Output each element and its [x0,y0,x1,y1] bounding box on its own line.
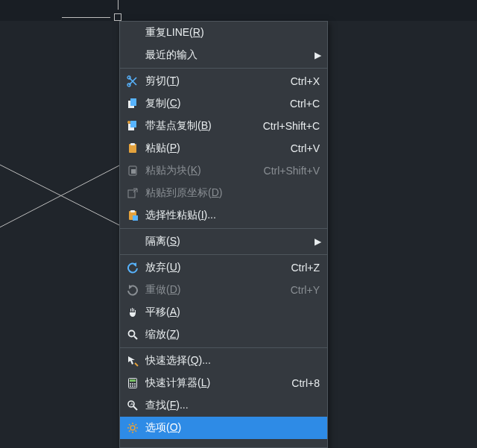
svg-line-0 [0,161,119,225]
svg-point-26 [134,385,136,387]
menu-item[interactable]: 缩放(Z) [120,324,327,346]
menu-item-shortcut: Ctrl+Y [282,284,320,296]
menu-item-label: 选择性粘贴(I)... [145,209,320,222]
paste-icon [127,142,139,154]
menu-item-label: 带基点复制(B) [145,119,254,133]
svg-point-25 [132,385,133,387]
svg-rect-16 [133,215,138,221]
menu-item[interactable]: 放弃(U)Ctrl+Z [120,256,327,279]
menu-item-label: 查找(F)... [145,399,320,412]
menu-item: 重做(D)Ctrl+Y [120,279,327,301]
menu-item-shortcut: Ctrl+8 [282,377,320,389]
menu-separator [120,228,327,229]
menu-separator [120,347,327,348]
redo-icon [127,284,139,296]
menu-item-shortcut: Ctrl+X [282,75,320,87]
menu-item[interactable]: 重复LINE(R) [120,22,327,44]
pasteblock-icon [127,165,139,177]
menu-item-shortcut: Ctrl+C [281,98,320,110]
svg-line-36 [136,431,137,432]
menu-item-label: 重做(D) [145,283,282,297]
menu-item[interactable]: 隔离(S)▶ [120,230,327,253]
svg-rect-15 [130,210,135,212]
menu-item[interactable]: 快速计算器(L)Ctrl+8 [120,372,327,394]
menu-item-label: 粘贴到原坐标(D) [145,186,320,200]
menu-item[interactable]: 剪切(T)Ctrl+X [120,70,327,92]
menu-item[interactable]: A查找(F)... [120,394,327,417]
menu-separator [120,254,327,255]
svg-point-22 [132,383,133,385]
menu-separator [120,68,327,69]
menu-item-label: 快速选择(Q)... [145,354,320,367]
menu-item-label: 粘贴为块(K) [145,164,255,177]
menu-item-label: 最近的输入 [145,48,320,62]
svg-point-23 [134,383,136,385]
menu-item-label: 放弃(U) [145,261,282,274]
undo-icon [127,262,139,274]
menu-item-label: 快速计算器(L) [145,376,282,390]
svg-rect-13 [128,190,135,198]
menu-item-label: 复制(C) [145,97,281,110]
menu-item-label: 重复LINE(R) [145,26,320,40]
submenu-arrow-icon: ▶ [315,50,321,60]
copy-icon [127,98,139,110]
menu-item-shortcut: Ctrl+V [282,142,320,154]
pasteorig-icon [127,187,139,199]
svg-line-37 [129,431,130,432]
menu-item: 粘贴为块(K)Ctrl+Shift+V [120,160,327,182]
menu-item[interactable]: 粘贴(P)Ctrl+V [120,137,327,160]
svg-point-17 [129,331,135,337]
svg-rect-5 [130,98,136,106]
menu-item-shortcut: Ctrl+Shift+V [255,165,320,177]
svg-rect-12 [131,169,136,174]
menu-item: 粘贴到原坐标(D) [120,182,327,204]
menu-item-label: 缩放(Z) [145,328,320,341]
drawing-canvas[interactable]: 重复LINE(R)最近的输入▶剪切(T)Ctrl+X复制(C)Ctrl+C带基点… [0,0,477,448]
menu-item[interactable]: 平移(A) [120,301,327,324]
svg-line-1 [0,165,119,231]
svg-line-18 [134,336,137,339]
menu-item-label: 隔离(S) [145,235,320,248]
menu-item-label: 平移(A) [145,306,320,319]
svg-point-24 [130,385,131,387]
menu-item-label: 选项(O) [145,421,320,435]
pastespecial-icon [127,209,139,221]
svg-line-35 [129,424,130,426]
svg-point-8 [127,121,130,124]
copybase-icon [127,120,139,132]
svg-point-21 [130,383,131,385]
options-icon [127,422,139,434]
menu-item[interactable]: 复制(C)Ctrl+C [120,92,327,115]
svg-rect-10 [130,143,135,145]
menu-item-shortcut: Ctrl+Z [282,262,320,274]
menu-item[interactable]: 选择性粘贴(I)... [120,204,327,227]
menu-item-shortcut: Ctrl+Shift+C [254,120,320,132]
scissors-icon [127,75,139,87]
menu-item-label: 粘贴(P) [145,142,282,155]
svg-rect-20 [130,379,136,382]
svg-text:A: A [130,402,133,406]
svg-line-38 [136,424,137,426]
menu-item[interactable]: 选项(O) [120,417,327,439]
svg-line-28 [133,406,137,410]
calc-icon [127,377,139,389]
menu-item[interactable]: 最近的输入▶ [120,44,327,66]
svg-rect-7 [130,121,136,127]
find-icon: A [127,400,139,411]
pan-icon [127,306,139,318]
zoom-icon [127,329,139,341]
context-menu[interactable]: 重复LINE(R)最近的输入▶剪切(T)Ctrl+X复制(C)Ctrl+C带基点… [119,21,328,448]
svg-point-30 [130,426,135,430]
menu-item-label: 剪切(T) [145,75,282,88]
menu-item[interactable]: 快速选择(Q)... [120,350,327,372]
quickselect-icon [127,355,139,367]
menu-item[interactable]: 带基点复制(B)Ctrl+Shift+C [120,115,327,137]
submenu-arrow-icon: ▶ [315,236,321,247]
